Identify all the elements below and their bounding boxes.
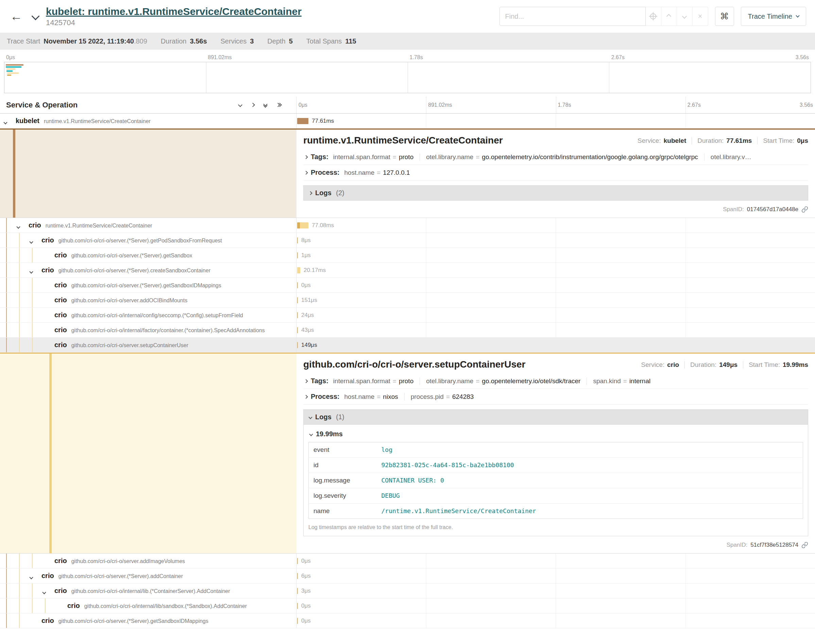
chevron-up-icon: [666, 14, 671, 19]
span-bar[interactable]: [297, 327, 298, 333]
chevron-down-icon[interactable]: [17, 223, 20, 230]
span-name-cell[interactable]: criogithub.com/cri-o/cri-o/server.(*Serv…: [0, 233, 297, 248]
span-timeline-cell[interactable]: 1μs: [297, 248, 815, 262]
span-row[interactable]: criogithub.com/cri-o/cri-o/internal/conf…: [0, 308, 815, 323]
span-row[interactable]: criogithub.com/cri-o/cri-o/server.(*Serv…: [0, 248, 815, 263]
collapse-header-button[interactable]: [33, 14, 38, 20]
detail-tags-row[interactable]: Tags:internal.span.format=protootel.libr…: [303, 149, 808, 165]
span-name-cell[interactable]: kubeletruntime.v1.RuntimeService/CreateC…: [0, 113, 297, 128]
span-bar[interactable]: [297, 267, 300, 273]
span-timeline-cell[interactable]: 77.61ms: [297, 113, 815, 128]
span-row[interactable]: criogithub.com/cri-o/cri-o/server.addIma…: [0, 554, 815, 569]
span-bar[interactable]: [297, 282, 298, 288]
log-entry-header[interactable]: 19.99ms: [308, 430, 803, 438]
span-timeline-cell[interactable]: 0μs: [297, 613, 815, 628]
span-row[interactable]: criogithub.com/cri-o/cri-o/server.(*Serv…: [0, 233, 815, 248]
operation-name: github.com/cri-o/cri-o/server.(*Server).…: [58, 268, 210, 273]
span-timeline-cell[interactable]: 77.08ms: [297, 218, 815, 233]
span-bar[interactable]: [297, 558, 298, 564]
trace-view-selector[interactable]: Trace Timeline: [741, 7, 806, 26]
span-name-cell[interactable]: criogithub.com/cri-o/cri-o/internal/fact…: [0, 323, 297, 337]
summary-label: Trace Start: [7, 37, 40, 45]
chevron-down-icon[interactable]: [4, 119, 7, 125]
span-bar[interactable]: [297, 588, 298, 594]
span-name-cell[interactable]: criogithub.com/cri-o/cri-o/server.(*Serv…: [0, 569, 297, 583]
span-row[interactable]: criogithub.com/cri-o/cri-o/server.(*Serv…: [0, 613, 815, 629]
span-name-cell[interactable]: criogithub.com/cri-o/cri-o/server.addIma…: [0, 554, 297, 568]
span-bar[interactable]: [297, 573, 298, 579]
span-bar[interactable]: [297, 342, 298, 348]
logs-accordion-header[interactable]: Logs (1): [303, 410, 808, 425]
span-row[interactable]: criogithub.com/cri-o/cri-o/internal/lib.…: [0, 583, 815, 598]
span-timeline-cell[interactable]: 43μs: [297, 323, 815, 337]
span-timeline-cell[interactable]: 149μs: [297, 337, 815, 352]
span-bar[interactable]: [297, 618, 298, 624]
detail-tags-label: Tags:: [311, 377, 328, 385]
span-timeline-cell[interactable]: 0μs: [297, 554, 815, 568]
span-bar[interactable]: [297, 222, 308, 228]
span-bar[interactable]: [297, 237, 298, 244]
indent-guide: [6, 613, 7, 628]
indent-guide: [6, 218, 7, 233]
span-name-cell[interactable]: criogithub.com/cri-o/cri-o/server.(*Serv…: [0, 613, 297, 628]
chevron-down-icon[interactable]: [30, 574, 33, 580]
clear-search-button[interactable]: ×: [692, 7, 708, 26]
span-timeline-cell[interactable]: 151μs: [297, 293, 815, 307]
trace-minimap[interactable]: 0μs891.02ms1.78s2.67s3.56s: [0, 50, 815, 93]
span-bar[interactable]: [297, 312, 298, 318]
span-timeline-cell[interactable]: 0μs: [297, 598, 815, 613]
span-name-cell[interactable]: crioruntime.v1.RuntimeService/CreateCont…: [0, 218, 297, 233]
span-name-cell[interactable]: criogithub.com/cri-o/cri-o/server.setupC…: [0, 337, 297, 352]
span-bar[interactable]: [297, 252, 298, 258]
minimap-canvas[interactable]: [4, 62, 811, 93]
chevron-down-icon[interactable]: [30, 238, 33, 244]
trace-title[interactable]: kubelet: runtime.v1.RuntimeService/Creat…: [46, 6, 493, 17]
span-name-cell[interactable]: criogithub.com/cri-o/cri-o/internal/lib.…: [0, 583, 297, 598]
span-timeline-cell[interactable]: 8μs: [297, 233, 815, 248]
link-icon[interactable]: [801, 542, 808, 549]
tag-equals: =: [446, 393, 450, 400]
expand-one-icon[interactable]: [251, 103, 254, 106]
span-name-cell[interactable]: criogithub.com/cri-o/cri-o/internal/conf…: [0, 308, 297, 322]
span-bar[interactable]: [297, 297, 298, 303]
span-name-cell[interactable]: criogithub.com/cri-o/cri-o/internal/lib/…: [0, 598, 297, 613]
span-timeline-cell[interactable]: 6μs: [297, 569, 815, 583]
span-bar[interactable]: [297, 118, 308, 124]
span-row[interactable]: criogithub.com/cri-o/cri-o/server.(*Serv…: [0, 569, 815, 583]
collapse-all-icon[interactable]: [264, 103, 267, 107]
span-name-cell[interactable]: criogithub.com/cri-o/cri-o/server.addOCI…: [0, 293, 297, 307]
detail-tags-row[interactable]: Tags:internal.span.format=protootel.libr…: [303, 373, 808, 389]
span-row[interactable]: criogithub.com/cri-o/cri-o/server.(*Serv…: [0, 278, 815, 293]
find-input[interactable]: [499, 7, 646, 26]
chevron-down-icon[interactable]: [43, 589, 46, 595]
span-timeline-cell[interactable]: 3μs: [297, 583, 815, 598]
span-row[interactable]: criogithub.com/cri-o/cri-o/server.setupC…: [0, 337, 815, 353]
span-timeline-cell[interactable]: 0μs: [297, 278, 815, 293]
span-row[interactable]: crioruntime.v1.RuntimeService/CreateCont…: [0, 218, 815, 233]
span-timeline-cell[interactable]: 24μs: [297, 308, 815, 322]
tag-value: 127.0.0.1: [383, 169, 410, 176]
span-row[interactable]: criogithub.com/cri-o/cri-o/internal/lib/…: [0, 598, 815, 613]
detail-process-row[interactable]: Process:host.name=nixosprocess.pid=62428…: [303, 389, 808, 405]
span-name-cell[interactable]: criogithub.com/cri-o/cri-o/server.(*Serv…: [0, 248, 297, 262]
prev-result-button[interactable]: [661, 7, 677, 26]
span-name: criogithub.com/cri-o/cri-o/internal/lib.…: [0, 587, 230, 595]
back-button[interactable]: ←: [9, 9, 24, 24]
next-result-button[interactable]: [677, 7, 692, 26]
span-name-cell[interactable]: criogithub.com/cri-o/cri-o/server.(*Serv…: [0, 263, 297, 278]
link-icon[interactable]: [801, 206, 808, 213]
span-timeline-cell[interactable]: 20.17ms: [297, 263, 815, 278]
keyboard-shortcuts-button[interactable]: ⌘: [715, 7, 734, 26]
expand-all-icon[interactable]: [276, 103, 281, 106]
span-name-cell[interactable]: criogithub.com/cri-o/cri-o/server.(*Serv…: [0, 278, 297, 293]
focus-result-button[interactable]: [646, 7, 661, 26]
span-row[interactable]: criogithub.com/cri-o/cri-o/server.addOCI…: [0, 293, 815, 308]
detail-process-row[interactable]: Process:host.name=127.0.0.1: [303, 165, 808, 181]
span-bar[interactable]: [297, 603, 298, 609]
span-row[interactable]: criogithub.com/cri-o/cri-o/server.(*Serv…: [0, 263, 815, 278]
collapse-one-icon[interactable]: [239, 103, 242, 106]
chevron-down-icon[interactable]: [30, 268, 33, 274]
span-row[interactable]: criogithub.com/cri-o/cri-o/internal/fact…: [0, 323, 815, 337]
span-row[interactable]: kubeletruntime.v1.RuntimeService/CreateC…: [0, 113, 815, 129]
logs-accordion-header[interactable]: Logs (2): [303, 185, 808, 201]
